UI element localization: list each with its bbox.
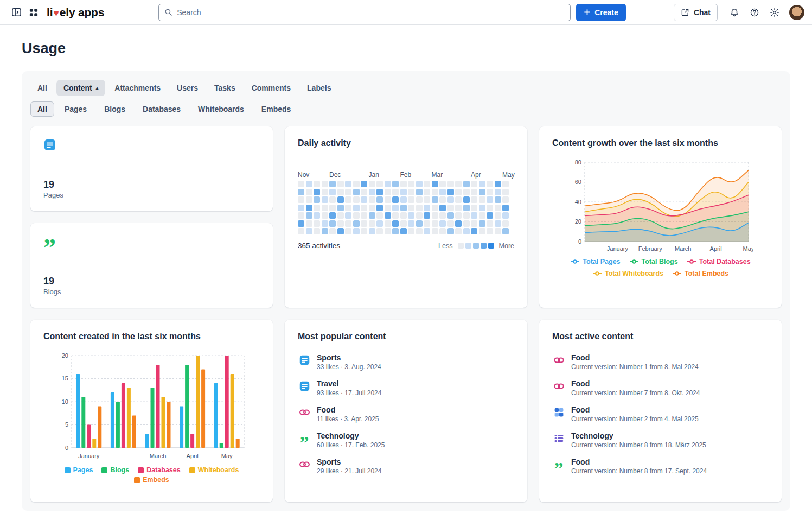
quote-icon: ” bbox=[552, 458, 565, 471]
heatmap-cell bbox=[471, 189, 477, 195]
heatmap-cell bbox=[306, 189, 312, 195]
svg-text:5: 5 bbox=[65, 421, 68, 428]
heatmap-cell bbox=[463, 212, 470, 219]
list-item[interactable]: Food Current version: Number 1 from 8. M… bbox=[552, 353, 769, 371]
list-item[interactable]: Travel 93 likes · 17. Juli 2024 bbox=[298, 379, 514, 397]
list-item[interactable]: Food Current version: Number 2 from 4. M… bbox=[552, 405, 769, 423]
svg-text:40: 40 bbox=[574, 199, 581, 205]
tab-tasks[interactable]: Tasks bbox=[207, 80, 242, 96]
heatmap-cell bbox=[502, 212, 509, 219]
legend-item[interactable]: Databases bbox=[138, 466, 181, 474]
legend-item[interactable]: Total Pages bbox=[570, 258, 620, 265]
heatmap-cell bbox=[361, 189, 367, 195]
heatmap-cell bbox=[502, 196, 509, 203]
heatmap-cell bbox=[424, 189, 430, 195]
legend-square-icon bbox=[134, 477, 140, 483]
heatmap-cell bbox=[432, 205, 438, 211]
heatmap-cell bbox=[495, 196, 501, 203]
content-meta: 93 likes · 17. Juli 2024 bbox=[317, 389, 381, 397]
svg-text:April: April bbox=[709, 245, 721, 252]
heatmap-cell bbox=[487, 205, 493, 211]
heatmap-cell bbox=[479, 181, 485, 187]
legend-item[interactable]: Whiteboards bbox=[189, 466, 239, 474]
legend-item[interactable]: Total Blogs bbox=[629, 258, 678, 265]
app-switcher-button[interactable] bbox=[25, 4, 42, 21]
help-icon bbox=[750, 8, 759, 17]
heatmap-cell bbox=[322, 196, 328, 203]
heatmap-cell bbox=[385, 205, 391, 211]
subtab-pages[interactable]: Pages bbox=[57, 101, 94, 117]
svg-text:60: 60 bbox=[574, 179, 581, 185]
heatmap-cell bbox=[322, 212, 328, 219]
legend-marker-icon bbox=[629, 259, 639, 264]
search-input[interactable] bbox=[177, 8, 565, 17]
most-popular-card: Most popular content Sports 33 likes · 3… bbox=[285, 320, 527, 502]
legend-item[interactable]: Total Whiteboards bbox=[592, 270, 663, 277]
most-popular-title: Most popular content bbox=[298, 332, 514, 341]
heatmap-cell bbox=[306, 212, 312, 219]
heatmap-cell bbox=[329, 228, 336, 234]
heatmap-cell bbox=[345, 181, 351, 187]
tab-comments[interactable]: Comments bbox=[245, 80, 298, 96]
subtab-databases[interactable]: Databases bbox=[136, 101, 188, 117]
sidebar-toggle-button[interactable] bbox=[8, 4, 25, 21]
legend-item[interactable]: Total Databases bbox=[687, 258, 751, 265]
activity-heatmap: NovDecJanFebMarAprMay 365 activities Les… bbox=[298, 171, 514, 250]
list-item[interactable]: Sports 33 likes · 3. Aug. 2024 bbox=[298, 353, 514, 371]
heatmap-cell bbox=[329, 196, 336, 203]
heatmap-cell bbox=[416, 212, 423, 219]
list-item[interactable]: Food 11 likes · 3. Apr. 2025 bbox=[298, 405, 514, 423]
subtab-all[interactable]: All bbox=[30, 101, 54, 117]
legend-item[interactable]: Blogs bbox=[101, 466, 129, 474]
list-item[interactable]: Food Current version: Number 7 from 8. O… bbox=[552, 379, 769, 397]
heatmap-legend-square bbox=[465, 243, 471, 249]
logo-text-pre: li bbox=[47, 6, 53, 19]
chat-button[interactable]: Chat bbox=[674, 4, 718, 21]
heart-icon: ♥ bbox=[53, 8, 60, 19]
create-button[interactable]: Create bbox=[576, 4, 626, 21]
legend-item[interactable]: Embeds bbox=[134, 476, 169, 484]
heatmap-cell bbox=[432, 212, 438, 219]
legend-item[interactable]: Total Embeds bbox=[672, 270, 728, 277]
list-item[interactable]: ” Food Current version: Number 8 from 17… bbox=[552, 458, 769, 475]
legend-item[interactable]: Pages bbox=[65, 466, 93, 474]
heatmap-cell bbox=[385, 189, 391, 195]
settings-button[interactable] bbox=[766, 4, 783, 21]
subtab-blogs[interactable]: Blogs bbox=[97, 101, 132, 117]
heatmap-cell bbox=[306, 205, 312, 211]
notifications-button[interactable] bbox=[726, 4, 743, 21]
heatmap-cell bbox=[369, 205, 375, 211]
heatmap-cell bbox=[345, 228, 351, 234]
heatmap-cell bbox=[463, 228, 470, 234]
list-item[interactable]: ” Technology 60 likes · 17. Feb. 2025 bbox=[298, 431, 514, 449]
subtab-embeds[interactable]: Embeds bbox=[254, 101, 298, 117]
tab-attachments[interactable]: Attachments bbox=[107, 80, 168, 96]
help-button[interactable] bbox=[746, 4, 763, 21]
list-item[interactable]: Technology Current version: Number 8 fro… bbox=[552, 431, 769, 449]
tab-labels[interactable]: Labels bbox=[300, 80, 338, 96]
app-logo[interactable]: li♥ely apps bbox=[47, 6, 104, 19]
tab-all[interactable]: All bbox=[30, 80, 54, 96]
heatmap-cell bbox=[439, 212, 446, 219]
heatmap-cell bbox=[298, 181, 304, 187]
heatmap-cell bbox=[361, 205, 367, 211]
heatmap-cell bbox=[471, 196, 477, 203]
heatmap-cell bbox=[495, 228, 501, 234]
activity-legend-squares bbox=[458, 243, 494, 249]
subtab-whiteboards[interactable]: Whiteboards bbox=[191, 101, 251, 117]
heatmap-cell bbox=[479, 220, 485, 227]
content-title: Sports bbox=[317, 458, 381, 466]
heatmap-cell bbox=[345, 220, 351, 227]
heatmap-month-label: Dec bbox=[329, 171, 341, 179]
heatmap-cell bbox=[376, 212, 383, 219]
tab-users[interactable]: Users bbox=[170, 80, 205, 96]
search-bar[interactable] bbox=[158, 4, 571, 21]
heatmap-month-label: Apr bbox=[471, 171, 481, 179]
avatar[interactable] bbox=[789, 5, 804, 20]
tab-content[interactable]: Content ▴ bbox=[56, 80, 105, 96]
heatmap-cell bbox=[345, 196, 351, 203]
legend-square-icon bbox=[65, 467, 71, 473]
heatmap-cell bbox=[369, 181, 375, 187]
list-item[interactable]: Sports 29 likes · 21. Juli 2024 bbox=[298, 458, 514, 475]
logo-text-post: ely apps bbox=[60, 6, 104, 19]
